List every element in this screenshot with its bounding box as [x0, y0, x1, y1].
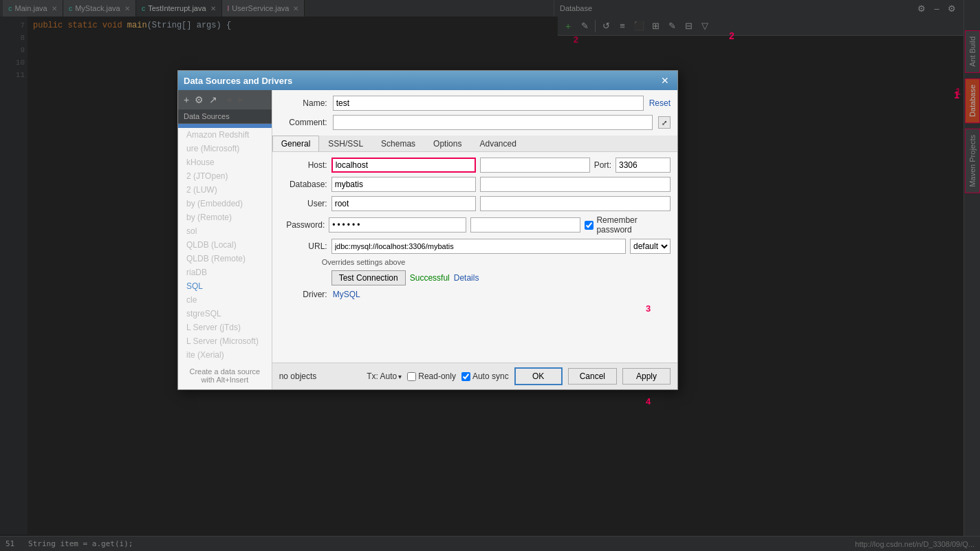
sidebar-item-luw[interactable]: 2 (LUW) [178, 183, 272, 197]
name-section: Name: Reset Comment: ⤢ [272, 90, 677, 133]
password-row: Password: 3 Remember password [279, 215, 671, 235]
remember-checkbox[interactable] [585, 221, 594, 230]
host-row: Host: Port: [279, 158, 671, 173]
dialog-spacer [272, 305, 677, 363]
data-sources-dialog: Data Sources and Drivers ✕ + ⚙ ↗ ◀ ▶ Dat… [177, 70, 678, 390]
sidebar-nav-left[interactable]: ◀ [226, 95, 231, 104]
details-link[interactable]: Details [454, 273, 479, 283]
password-label: Password: [279, 220, 325, 230]
dialog-tab-strip: General SSH/SSL Schemas Options Advanced [272, 136, 677, 152]
expand-button[interactable]: ⤢ [658, 116, 671, 129]
test-connection-button[interactable]: Test Connection [331, 270, 406, 285]
sidebar-item-server-ms[interactable]: L Server (Microsoft) [178, 334, 272, 348]
user-input[interactable] [331, 196, 476, 211]
sidebar-item-remote[interactable]: by (Remote) [178, 210, 272, 224]
sidebar-item-qldb-remote[interactable]: QLDB (Remote) [178, 252, 272, 266]
success-label: Successful [410, 273, 450, 283]
autosync-checkbox[interactable] [461, 372, 470, 381]
comment-input[interactable] [333, 115, 653, 130]
tx-dropdown-icon[interactable]: ▾ [398, 373, 402, 380]
cancel-button[interactable]: Cancel [568, 368, 617, 385]
driver-link[interactable]: MySQL [333, 290, 360, 299]
port-input[interactable] [616, 158, 671, 173]
sidebar-item-server-jtds[interactable]: L Server (jTds) [178, 321, 272, 334]
ok-button[interactable]: OK [514, 367, 563, 385]
sidebar-item-sql[interactable]: SQL [178, 279, 272, 293]
password-right-input[interactable] [470, 217, 580, 233]
remember-row: Remember password [585, 215, 671, 235]
port-label: Port: [594, 160, 611, 170]
test-connection-row: Test Connection Successful Details [279, 270, 671, 285]
sources-header: Data Sources [178, 109, 272, 124]
tab-general[interactable]: General [272, 136, 320, 151]
sidebar-item-embedded[interactable]: by (Embedded) [178, 197, 272, 210]
url-row: URL: default [279, 239, 671, 254]
tx-label: Tx: Auto [367, 371, 397, 381]
sidebar-export-btn[interactable]: ↗ [209, 94, 217, 105]
url-input[interactable] [331, 239, 626, 254]
sidebar-add-btn[interactable]: + [184, 94, 189, 105]
dialog-content: Name: Reset Comment: ⤢ General SSH/SSL S… [272, 90, 677, 389]
tx-select: Tx: Auto ▾ [367, 371, 402, 381]
name-row: Name: Reset [279, 96, 671, 111]
user-row: User: [279, 196, 671, 211]
sidebar-header: + ⚙ ↗ ◀ ▶ [178, 90, 272, 109]
sidebar-item-stgresql[interactable]: stgreSQL [178, 307, 272, 321]
autosync-row: Auto sync [461, 371, 509, 381]
comment-row: Comment: ⤢ [279, 115, 671, 130]
autosync-label: Auto sync [472, 371, 509, 381]
sidebar-item-cle[interactable]: cle [178, 293, 272, 307]
dialog-title: Data Sources and Drivers [184, 76, 292, 86]
database-right-input[interactable] [480, 177, 671, 192]
host-label: Host: [279, 160, 327, 170]
user-label: User: [279, 199, 327, 208]
sidebar-item-qldb-local[interactable]: QLDB (Local) [178, 238, 272, 252]
general-tab-content: Host: Port: Database: User: [272, 152, 677, 305]
sidebar-item-jtopen[interactable]: 2 (JTOpen) [178, 169, 272, 183]
host-right-input[interactable] [480, 158, 590, 173]
name-label: Name: [279, 98, 327, 108]
password-input[interactable] [329, 217, 466, 233]
sidebar-nav-right[interactable]: ▶ [238, 95, 243, 104]
dialog-titlebar: Data Sources and Drivers ✕ [178, 71, 677, 90]
tab-schemas[interactable]: Schemas [372, 136, 424, 151]
database-label: Database: [279, 180, 327, 189]
sidebar-item-amazon[interactable]: Amazon Redshift [178, 128, 272, 142]
dialog-sidebar: + ⚙ ↗ ◀ ▶ Data Sources Amazon Redshift u… [178, 90, 272, 389]
create-hint: Create a data source with Alt+Insert [178, 362, 272, 389]
tab-options[interactable]: Options [424, 136, 470, 151]
tab-ssh-ssl[interactable]: SSH/SSL [319, 136, 372, 151]
comment-label: Comment: [279, 118, 327, 127]
driver-row: Driver: MySQL 4 [279, 290, 671, 299]
sidebar-item-ure[interactable]: ure (Microsoft) [178, 142, 272, 155]
sidebar-item-riadb[interactable]: riaDB [178, 266, 272, 279]
tab-advanced[interactable]: Advanced [470, 136, 525, 151]
sidebar-settings-btn[interactable]: ⚙ [195, 94, 204, 105]
sources-title: Data Sources [184, 112, 230, 120]
url-label: URL: [279, 241, 327, 251]
apply-button[interactable]: Apply [622, 368, 671, 385]
dialog-close-button[interactable]: ✕ [658, 74, 672, 87]
sidebar-item-xerial[interactable]: ite (Xerial) [178, 348, 272, 362]
name-input[interactable] [333, 96, 644, 111]
url-scheme-select[interactable]: default [630, 239, 671, 254]
reset-link[interactable]: Reset [649, 98, 671, 108]
driver-label: Driver: [279, 290, 327, 299]
dialog-bottom-bar: no objects 5 Tx: Auto ▾ Read-only Auto s… [272, 363, 677, 389]
remember-label: Remember password [596, 215, 671, 235]
readonly-checkbox[interactable] [407, 372, 416, 381]
host-input[interactable] [331, 158, 476, 173]
sidebar-item-khouse[interactable]: kHouse [178, 155, 272, 169]
sidebar-item-sol[interactable]: sol [178, 224, 272, 238]
user-right-input[interactable] [480, 196, 671, 211]
database-row: Database: [279, 177, 671, 192]
database-input[interactable] [331, 177, 476, 192]
readonly-row: Read-only [407, 371, 456, 381]
readonly-label: Read-only [418, 371, 456, 381]
overrides-text: Overrides settings above [322, 258, 671, 266]
no-objects-text: no objects [279, 371, 317, 381]
